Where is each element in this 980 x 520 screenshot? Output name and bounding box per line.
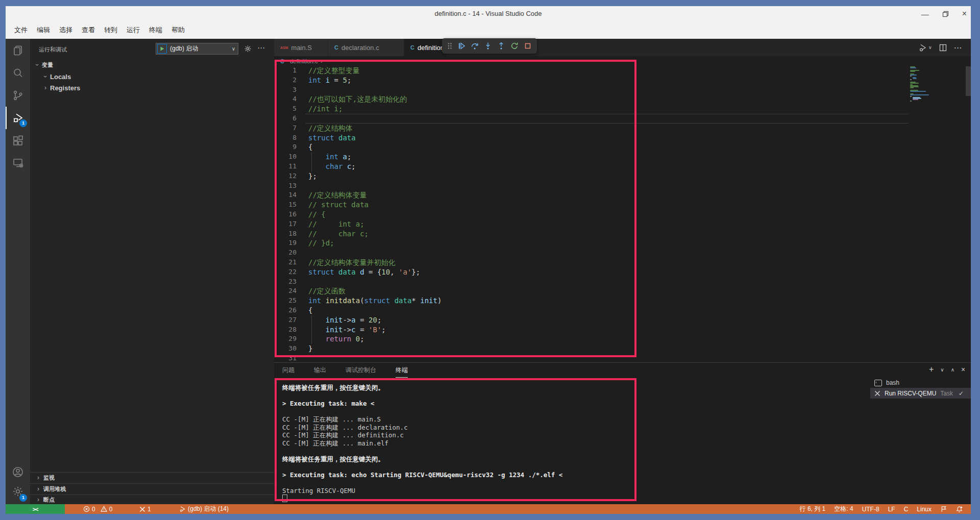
menu-item-运行[interactable]: 运行	[122, 21, 144, 39]
language-mode[interactable]: C	[904, 506, 909, 513]
feedback-flag-icon[interactable]	[940, 506, 947, 512]
terminal-list-item-bash[interactable]: › bash	[870, 378, 971, 388]
menu-item-查看[interactable]: 查看	[77, 21, 100, 39]
menu-item-选择[interactable]: 选择	[55, 21, 77, 39]
run-debug-icon[interactable]: 1	[6, 107, 30, 129]
registers-node[interactable]: › Registers	[30, 83, 274, 93]
code-line-24[interactable]: 24//定义函数	[274, 286, 910, 296]
menu-item-终端[interactable]: 终端	[144, 21, 167, 39]
panel-tab-问题[interactable]: 问题	[282, 363, 295, 377]
editor-tab-definition.c[interactable]: Cdefinition.c	[404, 39, 447, 56]
remote-explorer-icon[interactable]	[6, 152, 30, 174]
eol-sequence[interactable]: LF	[888, 506, 895, 513]
code-line-17[interactable]: 17// int a;	[274, 219, 910, 229]
editor-tab-main.S[interactable]: ASMmain.S	[274, 39, 328, 56]
code-line-29[interactable]: 29 return 0;	[274, 334, 910, 344]
breakpoints-section[interactable]: › 断点	[30, 494, 274, 504]
code-line-16[interactable]: 16// {	[274, 210, 910, 219]
sidebar-more-icon[interactable]: ⋯	[257, 43, 265, 53]
code-line-25[interactable]: 25int initdata(struct data* init)	[274, 296, 910, 306]
problems-status[interactable]: 0 0	[83, 504, 112, 514]
editor-more-icon[interactable]: ⋯	[954, 43, 962, 53]
debug-start-button[interactable]	[157, 44, 167, 54]
code-line-14[interactable]: 14//定义结构体变量	[274, 190, 910, 200]
cursor-position[interactable]: 行 6, 列 1	[800, 505, 826, 513]
os-indicator[interactable]: Linux	[917, 506, 932, 513]
tasks-status[interactable]: 1	[139, 504, 151, 514]
close-panel-icon[interactable]: ×	[961, 365, 965, 374]
editor-scrollbar[interactable]	[966, 66, 971, 96]
source-control-icon[interactable]	[6, 84, 30, 107]
code-line-21[interactable]: 21//定义结构体变量并初始化	[274, 258, 910, 267]
code-line-6[interactable]: 6	[274, 114, 910, 123]
split-editor-icon[interactable]	[939, 44, 947, 52]
code-line-27[interactable]: 27 init->a = 20;	[274, 315, 910, 325]
code-line-13[interactable]: 13	[274, 181, 910, 191]
settings-gear-icon[interactable]: 1	[6, 480, 30, 503]
encoding[interactable]: UTF-8	[862, 506, 879, 513]
watch-section[interactable]: › 监视	[30, 472, 274, 483]
indentation[interactable]: 空格: 4	[834, 505, 853, 513]
menu-item-编辑[interactable]: 编辑	[32, 21, 55, 39]
debug-session-status[interactable]: (gdb) 启动 (14)	[179, 504, 229, 514]
extensions-icon[interactable]	[6, 129, 30, 152]
code-line-4[interactable]: 4//也可以如下,这是未初始化的	[274, 94, 910, 104]
code-line-7[interactable]: 7//定义结构体	[274, 123, 910, 133]
notifications-bell-icon[interactable]	[956, 506, 963, 513]
code-line-19[interactable]: 19// }d;	[274, 238, 910, 248]
code-line-31[interactable]: 31	[274, 354, 910, 362]
code-line-5[interactable]: 5//int i;	[274, 104, 910, 114]
debug-launch-dropdown[interactable]: (gdb) 启动 ∨	[156, 43, 238, 55]
toolbar-grip[interactable]	[447, 42, 452, 50]
run-debug-file-icon[interactable]: ∨	[919, 43, 932, 52]
breadcrumb-ellipsis[interactable]: ⋯	[325, 58, 331, 65]
code-line-22[interactable]: 22struct data d = {10, 'a'};	[274, 267, 910, 277]
terminal-dropdown-icon[interactable]: ∨	[940, 367, 944, 373]
code-line-12[interactable]: 12};	[274, 171, 910, 181]
terminal-output[interactable]: 终端将被任务重用，按任意键关闭。> Executing task: make <…	[282, 384, 874, 504]
code-line-8[interactable]: 8struct data	[274, 133, 910, 143]
menu-item-文件[interactable]: 文件	[10, 21, 32, 39]
code-line-18[interactable]: 18// char c;	[274, 229, 910, 239]
search-icon[interactable]	[6, 62, 30, 84]
step-into-icon[interactable]	[484, 42, 492, 50]
code-line-26[interactable]: 26{	[274, 306, 910, 315]
terminal-list-item-task[interactable]: Run RISCV-QEMU Task ✓	[870, 388, 971, 399]
code-line-23[interactable]: 23	[274, 277, 910, 287]
locals-node[interactable]: › Locals	[30, 71, 274, 82]
explorer-icon[interactable]	[6, 39, 30, 62]
code-line-1[interactable]: 1//定义整型变量	[274, 66, 910, 76]
code-line-3[interactable]: 3	[274, 85, 910, 95]
panel-tab-终端[interactable]: 终端	[396, 363, 408, 378]
close-button[interactable]: ×	[962, 9, 967, 18]
step-over-icon[interactable]	[471, 42, 479, 50]
restart-icon[interactable]	[510, 42, 519, 50]
minimize-button[interactable]: —	[921, 10, 929, 18]
remote-indicator[interactable]: ><	[6, 504, 65, 514]
variables-section[interactable]: › 变量	[30, 60, 274, 70]
minimap[interactable]	[910, 66, 935, 105]
breadcrumb-file[interactable]: definition.c	[290, 58, 318, 64]
code-editor[interactable]: 1//定义整型变量2int i = 5;34//也可以如下,这是未初始化的5//…	[274, 66, 910, 362]
menu-item-转到[interactable]: 转到	[100, 21, 122, 39]
launch-gear-icon[interactable]	[244, 45, 252, 53]
menu-item-帮助[interactable]: 帮助	[167, 21, 189, 39]
code-line-11[interactable]: 11 char c;	[274, 162, 910, 171]
code-line-2[interactable]: 2int i = 5;	[274, 76, 910, 85]
panel-tab-调试控制台[interactable]: 调试控制台	[346, 363, 376, 377]
new-terminal-icon[interactable]: +	[929, 365, 934, 374]
callstack-section[interactable]: › 调用堆栈	[30, 483, 274, 494]
code-line-28[interactable]: 28 init->c = 'B';	[274, 325, 910, 335]
stop-icon[interactable]	[524, 42, 532, 50]
code-line-9[interactable]: 9{	[274, 142, 910, 152]
code-line-10[interactable]: 10 int a;	[274, 152, 910, 162]
restore-button[interactable]	[942, 11, 949, 17]
code-line-30[interactable]: 30}	[274, 344, 910, 354]
panel-tab-输出[interactable]: 输出	[314, 363, 326, 377]
continue-icon[interactable]	[457, 42, 465, 50]
code-line-15[interactable]: 15// struct data	[274, 200, 910, 210]
code-line-20[interactable]: 20	[274, 248, 910, 258]
editor-tab-declaration.c[interactable]: Cdeclaration.c	[328, 39, 404, 56]
breadcrumb[interactable]: C definition.c › ⋯	[280, 56, 331, 66]
step-out-icon[interactable]	[497, 42, 505, 50]
